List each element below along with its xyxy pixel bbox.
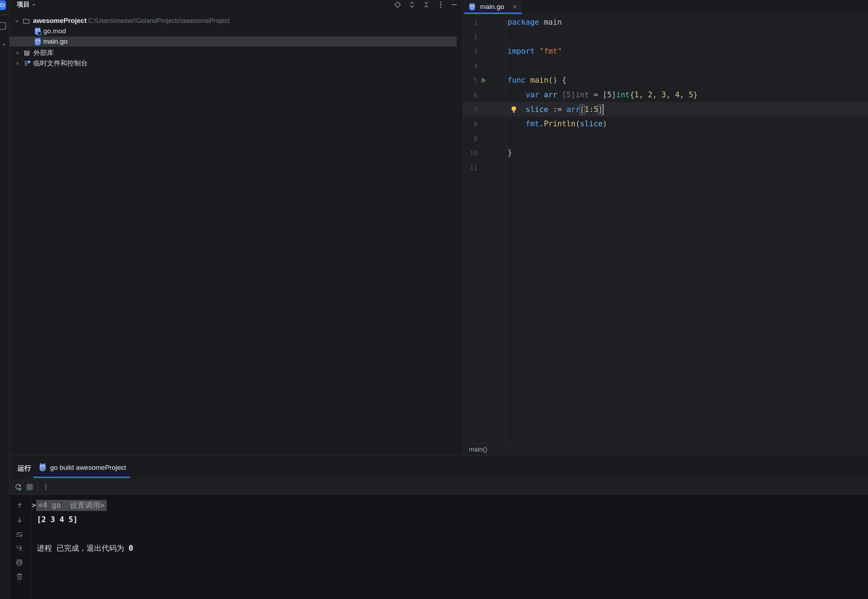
- code-line[interactable]: slice := arr[1:5]: [508, 102, 603, 117]
- project-panel: [10, 0, 463, 455]
- toolbar-separator: [37, 482, 38, 492]
- folder-icon: [0, 3, 5, 7]
- run-tab-label[interactable]: go build awesomeProject: [50, 464, 126, 472]
- next-occurrence-icon[interactable]: [16, 516, 23, 524]
- scratches-icon: [24, 60, 31, 67]
- go-file-icon: [34, 38, 42, 46]
- locate-file-icon[interactable]: [394, 1, 402, 9]
- line-number[interactable]: 9: [458, 131, 478, 146]
- folder-icon: [23, 18, 30, 24]
- project-panel-title[interactable]: 项目: [17, 0, 30, 8]
- editor-tab-bar: [463, 0, 868, 14]
- tree-row-project-root[interactable]: awesomeProject C:\Users\meowr\GolandProj…: [0, 17, 462, 25]
- run-tab-underline: [33, 477, 130, 478]
- tab-bar-border: [463, 14, 868, 14]
- run-panel-title[interactable]: 运行: [18, 464, 31, 473]
- tree-row-go-mod[interactable]: go.mod: [0, 27, 462, 35]
- library-icon: [24, 50, 30, 57]
- file-label: go.mod: [43, 27, 66, 35]
- line-number[interactable]: 2: [458, 30, 478, 44]
- tree-row-scratches[interactable]: 临时文件和控制台: [0, 59, 462, 68]
- project-root-label: awesomeProject: [33, 17, 87, 25]
- console-line[interactable]: ><4 go 设置调用>: [32, 498, 107, 512]
- close-run-tab-icon[interactable]: [119, 465, 125, 471]
- go-file-icon: [469, 3, 476, 11]
- go-build-run-icon: [39, 463, 47, 472]
- stop-icon[interactable]: [27, 484, 33, 490]
- line-number[interactable]: 4: [458, 59, 478, 73]
- run-gutter-icon[interactable]: [481, 77, 487, 83]
- tree-row-main-go[interactable]: main.go: [0, 37, 462, 46]
- line-number[interactable]: 8: [458, 117, 478, 131]
- intention-bulb-icon[interactable]: [511, 105, 517, 113]
- expand-all-icon[interactable]: [408, 1, 416, 9]
- activity-bar: [0, 0, 9, 599]
- hide-panel-icon[interactable]: [450, 1, 458, 9]
- project-root-path: C:\Users\meowr\GolandProjects\awesomePro…: [88, 17, 229, 25]
- console-gutter-separator: [31, 495, 31, 599]
- prev-occurrence-icon[interactable]: [16, 502, 23, 509]
- chevron-down-icon[interactable]: [14, 19, 19, 24]
- console-line[interactable]: [32, 527, 37, 541]
- print-icon[interactable]: [15, 558, 23, 566]
- rerun-icon[interactable]: [14, 483, 22, 491]
- console-line[interactable]: [2 3 4 5]: [32, 512, 78, 527]
- chevron-right-icon[interactable]: [15, 50, 20, 56]
- line-number[interactable]: 1: [458, 15, 478, 30]
- chevron-right-icon[interactable]: [15, 61, 20, 66]
- clear-console-icon[interactable]: [16, 572, 23, 581]
- file-label: main.go: [43, 37, 68, 46]
- text-caret: [603, 104, 603, 115]
- soft-wrap-icon[interactable]: [15, 531, 23, 539]
- console-line[interactable]: 进程 已完成，退出代码为 0: [32, 541, 133, 555]
- line-number[interactable]: 3: [458, 44, 478, 59]
- code-line[interactable]: func main() {: [508, 73, 566, 88]
- panel-options-icon[interactable]: [437, 1, 445, 9]
- line-number[interactable]: 10: [458, 146, 478, 160]
- tree-row-external-libraries[interactable]: 外部库: [0, 49, 462, 57]
- code-line[interactable]: var arr [5]int = [5]int{1, 2, 3, 4, 5}: [508, 88, 698, 102]
- chevron-down-icon[interactable]: [32, 3, 36, 7]
- scroll-to-end-icon[interactable]: [15, 544, 23, 552]
- code-line[interactable]: }: [508, 146, 512, 160]
- close-tab-icon[interactable]: [511, 4, 518, 10]
- code-line[interactable]: package main: [508, 15, 562, 30]
- breadcrumb-border: [463, 444, 868, 444]
- line-number[interactable]: 6: [458, 88, 478, 102]
- divider: [0, 14, 9, 15]
- breadcrumb[interactable]: main(): [469, 446, 487, 453]
- gutter-separator: [506, 14, 506, 444]
- goland-window: 项目 awesomeProject C:\Users\meowr\GolandP…: [0, 0, 868, 599]
- line-number[interactable]: 7: [458, 102, 478, 117]
- line-number[interactable]: 11: [458, 160, 478, 175]
- collapse-all-icon[interactable]: [422, 1, 430, 9]
- console[interactable]: [10, 495, 868, 599]
- code-line[interactable]: fmt.Println(slice): [508, 117, 607, 131]
- go-mod-file-icon: [34, 27, 42, 35]
- code-line[interactable]: import "fmt": [508, 44, 562, 59]
- run-panel-tab-bar: [10, 456, 868, 479]
- line-number[interactable]: 5: [458, 73, 478, 88]
- run-options-icon[interactable]: [42, 483, 50, 491]
- editor-tab-label[interactable]: main.go: [480, 3, 504, 11]
- project-tool-icon[interactable]: [0, 0, 6, 10]
- run-toolbar: [10, 479, 868, 495]
- node-label: 外部库: [33, 49, 54, 57]
- node-label: 临时文件和控制台: [33, 59, 88, 68]
